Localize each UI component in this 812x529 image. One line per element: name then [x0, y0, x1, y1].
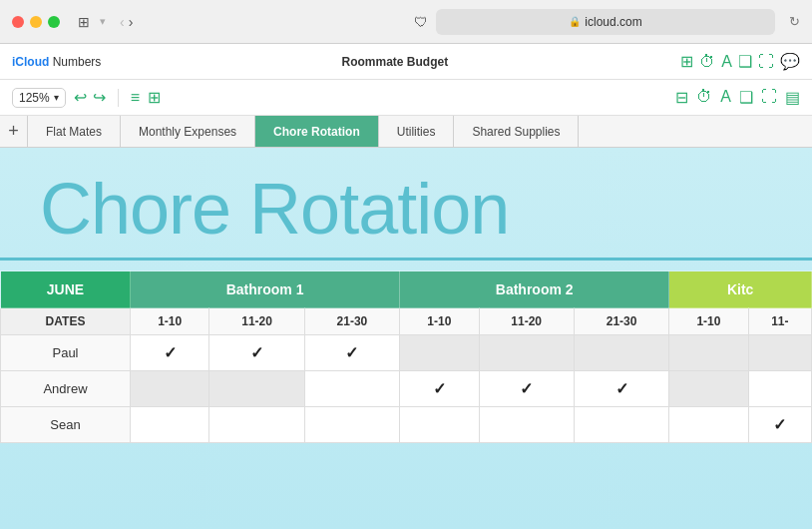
sheet-title: Chore Rotation — [0, 148, 812, 250]
tab-flat-mates[interactable]: Flat Mates — [28, 116, 121, 147]
cell-paul-b2-1[interactable] — [400, 335, 479, 371]
zoom-value: 125% — [19, 91, 50, 105]
nav-arrows: ‹ › — [120, 14, 133, 30]
cell-sean-b1-2[interactable] — [209, 407, 304, 443]
fullscreen-button[interactable] — [48, 16, 60, 28]
comment-icon[interactable]: 💬 — [780, 52, 800, 71]
subheader-bath1-3: 21-30 — [304, 308, 399, 335]
text-insert-icon[interactable]: A — [720, 88, 731, 107]
cell-andrew-b2-3[interactable]: ✓ — [574, 371, 668, 407]
refresh-button[interactable]: ↻ — [789, 14, 800, 29]
table-subheader-row: DATES 1-10 11-20 21-30 1-10 11-20 21-30 … — [1, 308, 812, 335]
subheader-bath2-1: 1-10 — [400, 308, 479, 335]
forward-button[interactable]: › — [129, 14, 134, 30]
cell-paul-b2-3[interactable] — [574, 335, 668, 371]
lock-icon: 🔒 — [569, 16, 581, 27]
sidebar-chevron-icon: ▾ — [100, 15, 106, 28]
subheader-dates: DATES — [1, 308, 131, 335]
media-icon[interactable]: ⛶ — [758, 53, 774, 71]
tab-monthly-expenses[interactable]: Monthly Expenses — [121, 116, 255, 147]
secondary-icons-right: ⊟ ⏱ A ❑ ⛶ ▤ — [675, 88, 800, 107]
chart-insert-icon[interactable]: ⏱ — [696, 88, 712, 107]
back-button[interactable]: ‹ — [120, 14, 125, 30]
subheader-bath2-2: 11-20 — [479, 308, 574, 335]
traffic-lights — [12, 16, 60, 28]
tab-utilities[interactable]: Utilities — [379, 116, 455, 147]
document-title: Roommate Budget — [109, 55, 680, 69]
cell-andrew-b2-2[interactable]: ✓ — [479, 371, 574, 407]
tab-chore-rotation[interactable]: Chore Rotation — [255, 116, 379, 147]
header-bathroom1: Bathroom 1 — [131, 271, 400, 308]
image-insert-icon[interactable]: ⛶ — [761, 88, 777, 107]
cell-sean-b2-1[interactable] — [400, 407, 479, 443]
subheader-bath1-1: 1-10 — [131, 308, 209, 335]
shape-insert-icon[interactable]: ❑ — [739, 88, 753, 107]
url-bar[interactable]: 🔒 icloud.com — [436, 9, 775, 35]
secondary-icons-left: ↩ ↪ — [74, 88, 106, 107]
shape-icon[interactable]: ❑ — [738, 52, 752, 71]
cell-sean-b2-2[interactable] — [479, 407, 574, 443]
cell-paul-b1-2[interactable]: ✓ — [209, 335, 304, 371]
cell-sean-k1[interactable] — [669, 407, 748, 443]
close-button[interactable] — [12, 16, 24, 28]
header-bathroom2: Bathroom 2 — [400, 271, 669, 308]
grid-icon[interactable]: ⊞ — [148, 88, 161, 107]
tab-shared-supplies[interactable]: Shared Supplies — [454, 116, 579, 147]
redo-icon[interactable]: ↪ — [93, 88, 106, 107]
chart-icon[interactable]: ⏱ — [699, 53, 715, 71]
cell-paul-b1-3[interactable]: ✓ — [304, 335, 399, 371]
subheader-bath1-2: 11-20 — [209, 308, 304, 335]
subheader-kitch1: 1-10 — [669, 308, 748, 335]
table-header-row: JUNE Bathroom 1 Bathroom 2 Kitc — [1, 271, 812, 308]
cell-sean-b2-3[interactable] — [574, 407, 668, 443]
cell-paul-b2-2[interactable] — [479, 335, 574, 371]
person-name: Sean — [1, 407, 131, 443]
icloud-logo: iCloud Numbers — [12, 55, 101, 69]
table-row: Paul ✓ ✓ ✓ — [1, 335, 812, 371]
text-icon[interactable]: A — [721, 53, 732, 71]
secondary-toolbar: 125% ▾ ↩ ↪ ≡ ⊞ ⊟ ⏱ A ❑ ⛶ ▤ — [0, 80, 812, 116]
table-icon[interactable]: ⊞ — [680, 52, 693, 71]
cell-andrew-b1-2[interactable] — [209, 371, 304, 407]
person-name: Andrew — [1, 371, 131, 407]
cell-sean-b1-3[interactable] — [304, 407, 399, 443]
chore-table: JUNE Bathroom 1 Bathroom 2 Kitc DATES 1-… — [0, 270, 812, 443]
cell-sean-k2[interactable]: ✓ — [748, 407, 811, 443]
cell-sean-b1-1[interactable] — [131, 407, 209, 443]
cell-paul-b1-1[interactable]: ✓ — [131, 335, 209, 371]
table-row: Sean ✓ — [1, 407, 812, 443]
cell-paul-k2[interactable] — [748, 335, 811, 371]
sheet-tabs: + Flat Mates Monthly Expenses Chore Rota… — [0, 116, 812, 148]
person-name: Paul — [1, 335, 131, 371]
table-insert-icon[interactable]: ⊟ — [675, 88, 688, 107]
cell-andrew-b1-1[interactable] — [131, 371, 209, 407]
subheader-bath2-3: 21-30 — [574, 308, 668, 335]
list-icon[interactable]: ≡ — [131, 89, 140, 107]
header-kitchen: Kitc — [669, 271, 812, 308]
cell-andrew-k2[interactable] — [748, 371, 811, 407]
sidebar-toggle-icon[interactable]: ⊞ — [78, 14, 90, 30]
zoom-control[interactable]: 125% ▾ — [12, 88, 66, 108]
cell-andrew-b2-1[interactable]: ✓ — [400, 371, 479, 407]
cell-andrew-k1[interactable] — [669, 371, 748, 407]
url-text: icloud.com — [585, 15, 641, 29]
undo-icon[interactable]: ↩ — [74, 88, 87, 107]
add-sheet-button[interactable]: + — [0, 116, 28, 147]
title-divider — [0, 258, 812, 261]
table-row: Andrew ✓ ✓ ✓ — [1, 371, 812, 407]
zoom-chevron-icon: ▾ — [54, 92, 59, 103]
shield-icon: 🛡 — [414, 14, 428, 30]
minimize-button[interactable] — [30, 16, 42, 28]
app-toolbar: iCloud Numbers Roommate Budget ⊞ ⏱ A ❑ ⛶… — [0, 44, 812, 80]
cell-paul-k1[interactable] — [669, 335, 748, 371]
subheader-kitch2: 11- — [748, 308, 811, 335]
header-june: JUNE — [1, 271, 131, 308]
cell-andrew-b1-3[interactable] — [304, 371, 399, 407]
comment-insert-icon[interactable]: ▤ — [785, 88, 800, 107]
browser-chrome: ⊞ ▾ ‹ › 🛡 🔒 icloud.com ↻ — [0, 0, 812, 44]
toolbar-icons: ⊞ ⏱ A ❑ ⛶ 💬 — [680, 52, 800, 71]
sheet-content: Chore Rotation JUNE Bathroom 1 Bathroom … — [0, 148, 812, 529]
